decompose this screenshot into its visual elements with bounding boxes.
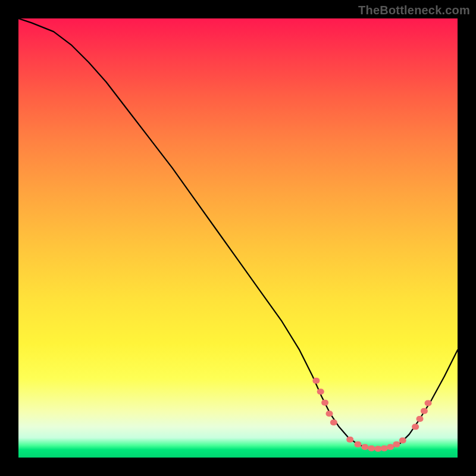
bottleneck-curve	[18, 18, 458, 449]
data-marker	[321, 400, 328, 406]
watermark-text: TheBottleneck.com	[358, 4, 470, 17]
data-marker	[368, 446, 375, 452]
curve-layer	[18, 18, 458, 458]
data-marker	[412, 424, 419, 430]
data-marker	[330, 419, 337, 425]
chart-frame: TheBottleneck.com	[0, 0, 476, 476]
data-marker	[354, 441, 361, 447]
data-marker	[387, 444, 394, 450]
data-marker	[346, 437, 353, 443]
data-marker	[421, 408, 428, 414]
data-marker	[317, 389, 324, 394]
data-marker	[312, 378, 320, 384]
data-marker	[374, 446, 381, 452]
data-marker	[399, 437, 406, 443]
data-marker	[326, 411, 333, 416]
data-marker	[425, 400, 432, 406]
plot-area	[18, 18, 458, 458]
data-marker	[361, 444, 368, 450]
data-marker	[416, 416, 424, 422]
data-marker	[393, 441, 400, 447]
data-marker	[381, 446, 388, 452]
